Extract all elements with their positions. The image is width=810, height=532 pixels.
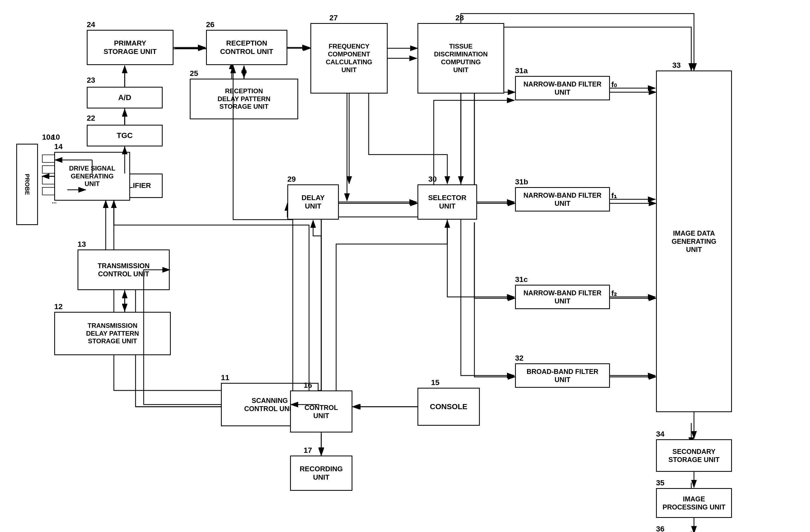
recording-unit-label: RECORDINGUNIT — [300, 465, 343, 482]
narrow-band-a-block: NARROW-BAND FILTER UNIT — [515, 76, 610, 100]
secondary-storage-label: SECONDARYSTORAGE UNIT — [668, 447, 719, 464]
tgc-block: TGC — [87, 125, 163, 146]
freq-component-block: FREQUENCYCOMPONENTCALCULATINGUNIT — [310, 23, 388, 94]
narrow-band-b-label: NARROW-BAND FILTER UNIT — [518, 191, 607, 207]
reception-control-block: RECEPTIONCONTROL UNIT — [206, 30, 287, 65]
diagram: PROBE ... 10 10a PREAMPLIFIER 21 TGC 22 … — [0, 0, 810, 532]
selector-unit-label: SELECTORUNIT — [428, 194, 466, 210]
label-32: 32 — [515, 354, 523, 362]
label-31c: 31c — [515, 275, 528, 284]
transmission-control-block: TRANSMISSIONCONTROL UNIT — [78, 249, 170, 290]
label-15: 15 — [431, 378, 439, 387]
ad-label: A/D — [118, 93, 131, 102]
label-26: 26 — [206, 20, 214, 29]
tissue-discrim-block: TISSUEDISCRIMINATIONCOMPUTINGUNIT — [418, 23, 504, 94]
primary-storage-block: PRIMARYSTORAGE UNIT — [87, 30, 174, 65]
label-14: 14 — [54, 142, 63, 151]
reception-control-label: RECEPTIONCONTROL UNIT — [220, 39, 273, 56]
label-16: 16 — [304, 381, 312, 390]
label-17: 17 — [304, 446, 312, 455]
tgc-label: TGC — [117, 131, 132, 140]
narrow-band-c-block: NARROW-BAND FILTER UNIT — [515, 285, 610, 309]
control-unit-block: CONTROLUNIT — [290, 390, 352, 433]
label-30: 30 — [428, 175, 437, 183]
label-f0: f₀ — [611, 80, 617, 89]
label-23: 23 — [87, 76, 95, 85]
label-11: 11 — [221, 373, 229, 382]
narrow-band-a-label: NARROW-BAND FILTER UNIT — [518, 80, 607, 96]
label-f2: f₂ — [611, 289, 617, 298]
console-label: CONSOLE — [430, 402, 467, 411]
image-processing-block: IMAGEPROCESSING UNIT — [656, 488, 732, 518]
label-27: 27 — [329, 14, 338, 22]
label-13: 13 — [78, 240, 86, 249]
recording-unit-block: RECORDINGUNIT — [290, 455, 352, 491]
narrow-band-c-label: NARROW-BAND FILTER UNIT — [518, 289, 607, 305]
control-unit-label: CONTROLUNIT — [304, 403, 338, 420]
freq-component-label: FREQUENCYCOMPONENTCALCULATINGUNIT — [326, 43, 372, 74]
label-f1: f₁ — [611, 191, 617, 200]
label-10a: 10a — [42, 133, 55, 142]
drive-signal-label: DRIVE SIGNALGENERATINGUNIT — [69, 165, 115, 188]
image-data-gen-block: IMAGE DATAGENERATINGUNIT — [656, 70, 732, 412]
reception-delay-block: RECEPTIONDELAY PATTERNSTORAGE UNIT — [190, 79, 298, 119]
probe-label: PROBE — [23, 174, 31, 195]
narrow-band-b-block: NARROW-BAND FILTER UNIT — [515, 187, 610, 211]
probe-block: PROBE — [16, 144, 38, 225]
transmission-delay-block: TRANSMISSIONDELAY PATTERNSTORAGE UNIT — [54, 312, 171, 355]
console-block: CONSOLE — [418, 388, 480, 426]
label-28: 28 — [455, 14, 464, 22]
label-31b: 31b — [515, 178, 528, 186]
label-29: 29 — [287, 175, 296, 183]
label-35: 35 — [656, 479, 664, 487]
tissue-discrim-label: TISSUEDISCRIMINATIONCOMPUTINGUNIT — [434, 43, 488, 74]
delay-unit-block: DELAYUNIT — [287, 184, 339, 220]
transmission-delay-label: TRANSMISSIONDELAY PATTERNSTORAGE UNIT — [86, 322, 139, 345]
label-25: 25 — [190, 69, 198, 78]
broad-band-block: BROAD-BAND FILTER UNIT — [515, 363, 610, 388]
image-data-gen-label: IMAGE DATAGENERATINGUNIT — [672, 229, 716, 254]
label-36: 36 — [656, 525, 664, 532]
label-31a: 31a — [515, 66, 528, 75]
ad-block: A/D — [87, 87, 163, 109]
label-34: 34 — [656, 430, 664, 438]
label-33: 33 — [672, 61, 681, 70]
label-24: 24 — [87, 20, 95, 29]
primary-storage-label: PRIMARYSTORAGE UNIT — [103, 39, 157, 56]
broad-band-label: BROAD-BAND FILTER UNIT — [518, 367, 607, 384]
scanning-control-label: SCANNINGCONTROL UNIT — [244, 397, 295, 413]
label-22: 22 — [87, 114, 95, 123]
secondary-storage-block: SECONDARYSTORAGE UNIT — [656, 439, 732, 472]
selector-unit-block: SELECTORUNIT — [418, 184, 477, 220]
delay-unit-label: DELAYUNIT — [302, 194, 325, 210]
label-12: 12 — [54, 302, 63, 311]
reception-delay-label: RECEPTIONDELAY PATTERNSTORAGE UNIT — [217, 87, 270, 111]
image-processing-label: IMAGEPROCESSING UNIT — [663, 495, 725, 511]
drive-signal-block: DRIVE SIGNALGENERATINGUNIT — [54, 152, 130, 201]
transmission-control-label: TRANSMISSIONCONTROL UNIT — [98, 262, 150, 278]
